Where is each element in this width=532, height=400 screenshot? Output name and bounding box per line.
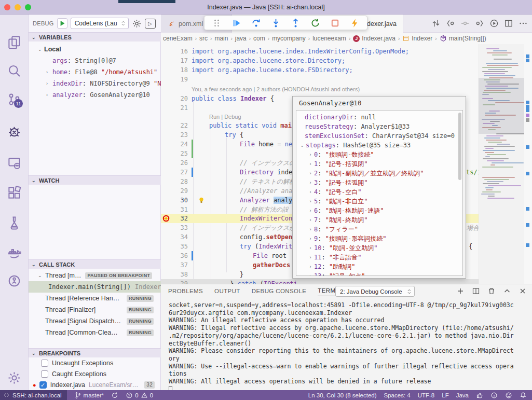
activitybar-test-icon[interactable] [7,216,21,230]
stoptag-entry[interactable]: ›13: "記号-句点" [296,271,462,276]
breakpoint-checkbox[interactable] [41,370,48,378]
status-encoding[interactable]: UTF-8 [418,392,435,398]
callstack-section-header[interactable]: ⌄CALL STACK [29,259,161,269]
stoptag-entry[interactable]: ›2: "助詞-副助詞／並立助詞／終助詞" [296,169,462,178]
breadcrumb-item[interactable]: ›src [193,35,208,42]
status-eol[interactable]: LF [442,392,448,398]
panel-tab-debug-console[interactable]: DEBUG CONSOLE [252,288,307,296]
split-editor-icon[interactable] [504,19,513,28]
popup-stoptags-row[interactable]: ⌄stoptags: HashSet@35 size=33 [296,141,462,150]
stoptag-entry[interactable]: ›1: "記号-括弧閉" [296,159,462,169]
variable-row[interactable]: ›home: File@8 "/home/atsushi" [29,66,161,78]
activitybar-settings-gear-icon[interactable] [7,371,21,385]
code-line[interactable]: 17import org.apache.lucene.store.Directo… [161,56,524,65]
breakpoint-row[interactable]: Uncaught Exceptions [29,357,161,368]
panel-tab-problems[interactable]: PROBLEMS [168,288,203,296]
code-line[interactable]: 19 [161,75,524,84]
codelens-text[interactable]: Run | Debug [209,112,241,121]
start-debug-button[interactable] [57,18,67,29]
debug-settings-gear-icon[interactable] [132,19,142,29]
status-indentation[interactable]: Spaces: 4 [384,392,411,398]
thread-row[interactable]: Thread [Reference Han…RUNNING [29,293,161,304]
previous-change-icon[interactable] [446,19,455,28]
step-out-icon[interactable] [291,18,301,28]
lightbulb-icon[interactable] [197,196,206,204]
stoptag-entry[interactable]: ›7: "助詞-終助詞" [296,215,462,225]
open-debug-console-icon[interactable]: ▷ [145,19,156,29]
breakpoint-checkbox[interactable] [41,360,48,367]
stoptag-entry[interactable]: ›12: "助動詞" [296,262,462,271]
thread-row[interactable]: Thread [Finalizer]RUNNING [29,304,161,315]
continue-icon[interactable] [231,18,241,28]
kill-terminal-icon[interactable] [487,287,496,295]
variable-row[interactable]: ›indexDir: NIOFSDirectory@9 "NIOF…" [29,78,161,89]
stoptag-entry[interactable]: ›5: "動詞-非自立" [296,197,462,206]
activitybar-search-icon[interactable] [7,64,21,78]
watch-section-header[interactable]: ⌄WATCH [29,175,161,185]
bell-icon[interactable] [520,392,527,399]
breakpoint-row[interactable]: ●✓Indexer.javaLuceneExam/sr…32 [29,379,161,390]
popup-property-row[interactable]: dictionaryDir: null [296,113,462,122]
popup-property-row[interactable]: reuseStrategy: Analyzer$1@33 [296,122,462,131]
current-change-icon[interactable] [460,19,470,28]
drag-grip-icon[interactable] [212,18,222,28]
thread-row[interactable]: Thread [Signal Dispatch…RUNNING [29,315,161,327]
new-terminal-icon[interactable] [456,287,465,295]
stoptag-entry[interactable]: ›10: "助詞-並立助詞" [296,243,462,253]
variable-row[interactable]: ›analyzer: GosenAnalyzer@10 [29,89,161,101]
panel-tab-output[interactable]: OUTPUT [214,288,240,296]
activitybar-debug-icon[interactable] [7,125,21,139]
activitybar-extensions-icon[interactable] [7,186,21,200]
branch-status[interactable]: master* [74,392,104,399]
thread-row-main[interactable]: ⌄Thread [m…PAUSED ON BREAKPOINT [29,270,161,281]
breakpoint-checkbox[interactable]: ✓ [39,381,47,389]
breadcrumb[interactable]: ceneExam›src›main›java›com›mycompany›luc… [161,33,532,44]
feedback-icon[interactable] [505,392,512,399]
breadcrumb-item[interactable]: ›java [228,35,246,42]
variable-row[interactable]: args: String[0]@7 [29,55,161,66]
code-line[interactable]: 18import org.apache.lucene.store.FSDirec… [161,65,524,75]
compare-changes-icon[interactable] [431,19,441,28]
breakpoints-section-header[interactable]: ⌄BREAKPOINTS [29,348,161,357]
minimap-slider[interactable] [479,78,524,134]
variables-scope-row[interactable]: ⌄Local [29,44,161,55]
breadcrumb-item[interactable]: ›JIndexer.java [346,35,395,42]
activitybar-explorer-icon[interactable] [7,35,21,49]
stack-frame-row[interactable]: Indexer.main(String[])Indexer… [29,281,161,293]
activitybar-live-share-icon[interactable] [7,274,21,288]
stoptag-entry[interactable]: ›3: "記号-括弧開" [296,178,462,187]
more-actions-icon[interactable] [519,19,528,28]
titlebar[interactable]: Indexer.java — Java [SSH: ai-chan.local] [0,0,532,15]
stoptag-entry[interactable]: ›6: "助詞-格助詞-連語" [296,206,462,215]
stoptag-entry[interactable]: ›11: "非言語音" [296,253,462,262]
breadcrumb-item[interactable]: ›Indexer [395,35,432,42]
run-file-icon[interactable] [489,19,499,28]
thread-row[interactable]: Thread [Common-Clea…RUNNING [29,327,161,338]
hot-code-replace-icon[interactable] [350,18,360,28]
stoptag-entry[interactable]: ›8: "フィラー" [296,225,462,234]
problems-status[interactable]: 0 0 [126,392,153,399]
step-into-icon[interactable] [271,18,281,28]
code-line[interactable]: 39} catch (IOExcepti [161,279,479,284]
stoptag-entry[interactable]: ›0: "接頭詞-数接続" [296,150,462,159]
split-terminal-icon[interactable] [472,287,480,295]
activitybar-docker-icon[interactable] [7,246,21,260]
status-language-mode[interactable]: Java [456,392,469,398]
code-line[interactable]: You, a few seconds ago | 2 authors (HOND… [161,85,524,94]
variables-section-header[interactable]: ⌄VARIABLES [29,32,161,42]
breadcrumb-item[interactable]: ›luceneexam [306,35,346,42]
info-icon[interactable] [490,392,498,399]
debug-config-select[interactable]: CodeLens (Lau [71,18,129,29]
breakpoint-row[interactable]: Caught Exceptions [29,368,161,379]
terminal-output[interactable]: socket,server=n,suspend=y,address=localh… [169,301,527,389]
debug-variable-popup[interactable]: GosenAnalyzer@10 dictionaryDir: nullreus… [292,96,466,279]
restart-icon[interactable] [310,18,320,28]
popup-scrollbar[interactable] [458,113,461,180]
next-change-icon[interactable] [475,19,484,28]
stoptag-entry[interactable]: ›4: "記号-空白" [296,187,462,197]
paused-breakpoint-icon[interactable] [162,214,170,223]
breadcrumb-item[interactable]: ›mycompany [265,35,306,42]
thumbsup-icon[interactable] [476,392,483,399]
breadcrumb-item[interactable]: ceneExam [161,35,193,42]
remote-indicator[interactable]: SSH: ai-chan.local [0,390,67,400]
